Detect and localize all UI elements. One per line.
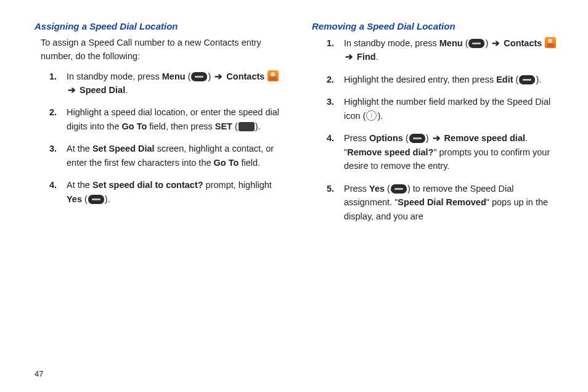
label-contacts: Contacts [501,38,542,48]
step-item: In standby mode, press Menu () ➔ Contact… [41,70,286,97]
label-options: Options [369,133,403,143]
step-item: Highlight the number field marked by the… [318,95,563,123]
softkey-icon [391,184,407,194]
label-yes: Yes [369,184,385,194]
step-text: field, then press [147,121,214,131]
step-text: Press [344,184,369,194]
step-text: In standby mode, press [67,71,162,81]
left-column: Assigning a Speed Dial Location To assig… [35,21,286,380]
label-edit: Edit [496,75,513,84]
speed-dial-icon [366,110,377,121]
label-speed-dial: Speed Dial [80,85,125,95]
step-item: Highlight the desired entry, then press … [318,73,563,86]
contacts-icon [545,37,556,48]
step-text: At the [67,180,92,190]
arrow-icon: ➔ [492,36,500,50]
softkey-icon [191,72,207,81]
steps-removing: In standby mode, press Menu () ➔ Contact… [312,36,563,223]
label-goto: Go To [121,121,147,131]
label-menu: Menu [162,71,186,81]
step-text: field. [239,158,260,168]
label-set-speed-dial: Set Speed Dial [92,144,155,153]
step-item: Press Yes () to remove the Speed Dial as… [318,182,563,223]
steps-assigning: In standby mode, press Menu () ➔ Contact… [35,70,286,206]
label-menu: Menu [439,38,463,48]
step-item: At the Set speed dial to contact? prompt… [41,178,286,206]
label-speed-dial-removed: Speed Dial Removed [398,197,486,207]
step-text: ). [377,111,383,121]
label-remove-speed-dial-q: Remove speed dial? [347,147,433,157]
intro-assigning: To assign a Speed Call number to a new C… [41,36,286,63]
step-item: In standby mode, press Menu () ➔ Contact… [318,36,563,64]
label-find: Find [357,52,376,62]
page-number: 47 [35,369,43,378]
step-text: In standby mode, press [344,38,439,48]
label-goto: Go To [214,158,239,168]
label-yes: Yes [67,194,82,204]
step-item: Press Options () ➔ Remove speed dial. "R… [318,131,563,173]
label-contacts: Contacts [224,71,264,81]
step-text: At the [67,144,92,153]
heading-removing: Removing a Speed Dial Location [312,21,563,31]
arrow-icon: ➔ [68,83,76,97]
step-item: Highlight a speed dial location, or ente… [41,105,286,133]
softkey-icon [519,75,535,84]
step-item: At the Set Speed Dial screen, highlight … [41,142,286,169]
step-text: prompt, highlight [203,180,272,190]
right-column: Removing a Speed Dial Location In standb… [312,21,563,380]
arrow-icon: ➔ [433,131,441,145]
label-prompt: Set speed dial to contact? [92,180,203,190]
blank-key-icon [239,122,255,131]
label-remove-speed-dial: Remove speed dial [442,133,525,143]
arrow-icon: ➔ [345,50,353,63]
softkey-icon [88,195,104,204]
softkey-icon [409,134,425,143]
step-text: Press [344,133,369,143]
manual-page: Assigning a Speed Dial Location To assig… [0,0,588,392]
label-set: SET [215,121,232,131]
heading-assigning: Assigning a Speed Dial Location [35,21,286,31]
contacts-icon [267,70,279,81]
arrow-icon: ➔ [214,70,223,83]
step-text: Highlight the desired entry, then press [344,75,496,84]
softkey-icon [468,39,484,48]
